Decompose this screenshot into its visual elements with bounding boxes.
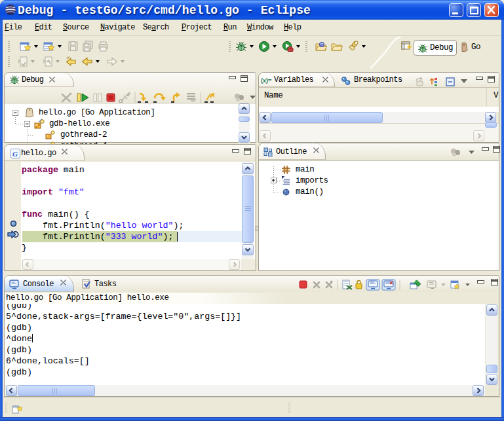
svg-text:G: G	[12, 150, 18, 158]
svg-text:(x)=: (x)=	[261, 77, 271, 84]
